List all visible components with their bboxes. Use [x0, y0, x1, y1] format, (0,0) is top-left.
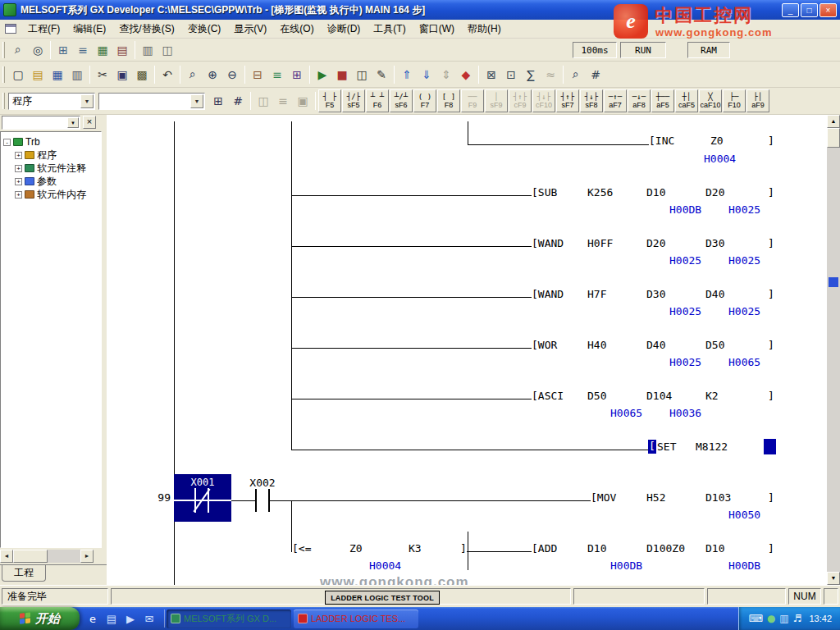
grid-icon[interactable]: # — [586, 65, 605, 84]
operand[interactable]: H52 — [646, 491, 665, 504]
menu-item[interactable]: 工程(F) — [21, 20, 66, 39]
menu-item[interactable]: 编辑(E) — [66, 20, 112, 39]
network-icon[interactable]: ▥ — [779, 613, 788, 624]
operand[interactable]: D50 — [705, 339, 724, 351]
new-project-icon[interactable]: ▢ — [8, 65, 28, 84]
find-device-icon[interactable]: ⌕ — [8, 40, 28, 60]
vertical-scrollbar[interactable]: ▲ ▼ — [827, 115, 840, 585]
menu-item[interactable]: 变换(C) — [181, 20, 228, 39]
instruction-op[interactable]: [INC — [649, 135, 674, 147]
clock[interactable]: 13:42 — [809, 614, 832, 623]
fkey-button[interactable]: ┴/┴ sF6 — [390, 89, 413, 112]
operand[interactable]: K3 — [409, 542, 422, 555]
zoom-out-icon[interactable]: ⊖ — [222, 65, 242, 84]
operand[interactable]: M8122 — [696, 441, 728, 453]
operand[interactable]: K256 — [587, 186, 613, 199]
find-icon[interactable]: ⌕ — [183, 65, 203, 84]
fkey-button[interactable]: ┤ ├ F5 — [318, 89, 341, 112]
instruction-op[interactable]: [<= — [292, 542, 311, 555]
read-mode-icon[interactable]: ◫ — [352, 65, 372, 84]
operand[interactable]: H0FF — [587, 237, 613, 249]
fkey-button[interactable]: [ ] F8 — [437, 89, 460, 112]
toolbar-grip[interactable] — [2, 66, 5, 83]
instruction-list-icon[interactable]: ≡ — [267, 65, 287, 84]
restore-button[interactable]: □ — [801, 3, 818, 17]
operand[interactable]: D10 — [587, 542, 606, 555]
chevron-down-icon[interactable]: ▼ — [80, 94, 94, 108]
task-melsoft[interactable]: MELSOFT系列 GX D... — [167, 609, 291, 628]
operand[interactable]: D30 — [646, 288, 665, 300]
operand[interactable]: Z0 — [710, 135, 724, 147]
fkey-button[interactable]: ├─ F10 — [723, 89, 746, 112]
plc-verify-icon[interactable]: ⇕ — [436, 65, 456, 84]
device-batch-monitor-icon[interactable]: ▦ — [93, 40, 112, 60]
cross-reference-icon[interactable]: ⊞ — [53, 40, 73, 60]
operand[interactable]: D50 — [587, 390, 606, 402]
vscroll-thumb[interactable] — [827, 128, 840, 148]
fkey-button[interactable]: ┴ ┴ F6 — [366, 89, 389, 112]
instruction-op[interactable]: [WAND — [532, 288, 564, 300]
operand[interactable]: D30 — [705, 237, 724, 249]
fkey-button[interactable]: ┤↑├ sF7 — [556, 89, 579, 112]
project-panel-combo[interactable]: ▼ — [2, 116, 80, 130]
copy-icon[interactable]: ▣ — [112, 65, 132, 84]
cut-icon[interactable]: ✂ — [93, 65, 112, 84]
open-project-icon[interactable]: ▤ — [28, 65, 48, 84]
contact-x002-bar[interactable] — [255, 489, 257, 512]
contact-label[interactable]: X002 — [244, 477, 281, 489]
entry-data-monitor-icon[interactable]: ▤ — [112, 40, 132, 60]
desktop-launcher-icon[interactable]: ▤ — [103, 610, 120, 627]
zoom-in-icon[interactable]: ⊕ — [203, 65, 222, 84]
panel-close-button[interactable]: × — [83, 116, 96, 129]
sampling-trace-icon[interactable]: ≈ — [541, 65, 560, 84]
comment-display-icon[interactable]: ⊞ — [287, 65, 307, 84]
antivirus-icon[interactable]: ● — [767, 613, 775, 624]
chevron-down-icon[interactable]: ▼ — [67, 117, 79, 128]
mail-launcher-icon[interactable]: ✉ — [141, 610, 158, 627]
minimize-button[interactable]: _ — [782, 3, 799, 17]
scroll-right-icon[interactable]: ► — [80, 550, 94, 563]
menu-item[interactable]: 帮助(H) — [461, 20, 508, 39]
fkey-button[interactable]: ( ) F7 — [413, 89, 436, 112]
data-merge-icon[interactable]: ⊡ — [501, 65, 521, 84]
device-test-icon[interactable]: ◆ — [456, 65, 476, 84]
buffer-memory-monitor-icon[interactable]: ▥ — [138, 40, 158, 60]
print-icon[interactable]: ▥ — [67, 65, 87, 84]
toolbar-grip[interactable] — [2, 42, 5, 58]
ie-launcher-icon[interactable]: e — [84, 610, 101, 627]
device-comment-icon[interactable]: ◫ — [253, 91, 273, 111]
tree-item[interactable]: + 程序 — [1, 148, 101, 162]
edit-cursor[interactable] — [764, 439, 776, 454]
program-select-combo[interactable]: 程序 ▼ — [8, 93, 95, 110]
expand-icon[interactable]: + — [15, 165, 22, 172]
monitor-stop-icon[interactable]: ■ — [332, 65, 352, 84]
device-find-combo[interactable]: ▼ — [98, 93, 205, 110]
fkey-button[interactable]: ┤↑├ cF9 — [509, 89, 532, 112]
expand-icon[interactable]: + — [15, 152, 22, 159]
find-instruction-icon[interactable]: ◎ — [28, 40, 48, 60]
collapse-icon[interactable]: - — [3, 139, 11, 146]
fkey-button[interactable]: ─↓─ aF8 — [628, 89, 651, 112]
contact-x002-bar[interactable] — [268, 489, 270, 512]
undo-icon[interactable]: ↶ — [158, 65, 177, 84]
expand-icon[interactable]: + — [15, 191, 22, 199]
operand[interactable]: H40 — [587, 339, 606, 351]
menu-item[interactable]: 查找/替换(S) — [112, 20, 180, 39]
fkey-button[interactable]: │ sF9 — [485, 89, 508, 112]
instruction-op[interactable]: [WOR — [532, 339, 557, 351]
fkey-button[interactable]: ── F9 — [461, 89, 484, 112]
ladder-logic-test-tool-strip[interactable]: LADDER LOGIC TEST TOOL — [325, 591, 440, 605]
panel-hscrollbar[interactable]: ◄ ► — [0, 550, 94, 563]
trace-icon[interactable]: ∑ — [521, 65, 541, 84]
plc-write-icon[interactable]: ⇓ — [417, 65, 436, 84]
media-launcher-icon[interactable]: ▶ — [122, 610, 139, 627]
toolbar-grip[interactable] — [2, 93, 5, 109]
menu-item[interactable]: 工具(T) — [367, 20, 412, 39]
operand[interactable]: D10 — [705, 542, 724, 555]
instruction-op[interactable]: [MOV — [591, 491, 616, 504]
ime-keyboard-icon[interactable]: ⌨ — [749, 613, 763, 624]
fkey-button[interactable]: ─↑─ aF7 — [604, 89, 627, 112]
ladder-mode-icon[interactable]: ⊟ — [248, 65, 267, 84]
scroll-down-icon[interactable]: ▼ — [827, 572, 840, 585]
fkey-button[interactable]: ┤↓├ sF8 — [580, 89, 603, 112]
